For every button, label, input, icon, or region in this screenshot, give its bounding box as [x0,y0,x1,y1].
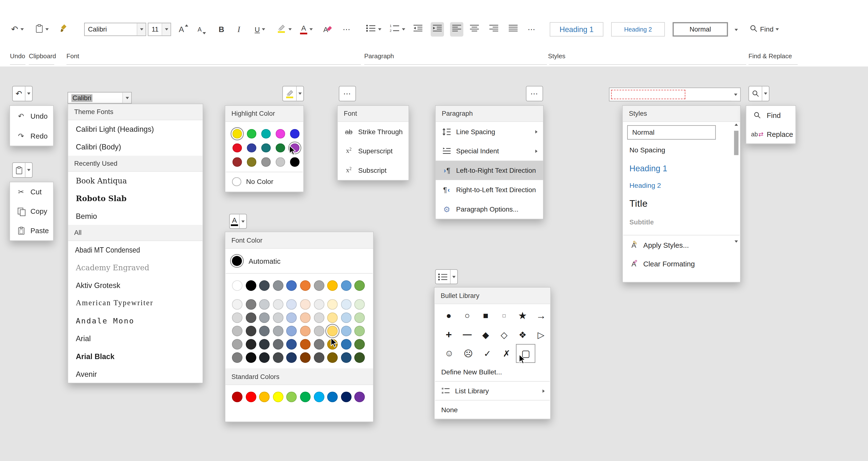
find-split-button[interactable]: Find [749,22,779,36]
menu-item-redo[interactable]: ↷ Redo [10,126,53,146]
theme-color-swatch[interactable] [232,280,243,291]
menu-item-find[interactable]: Find [746,106,796,125]
standard-color-swatch[interactable] [232,392,243,402]
font-option[interactable]: Avenir [68,365,203,383]
color-variant-swatch[interactable] [354,313,365,323]
style-option-heading2[interactable]: Heading 2 [623,177,730,194]
font-option[interactable]: Book Antiqua [68,172,203,190]
theme-color-swatch[interactable] [286,280,297,291]
menu-item-paragraph-options[interactable]: ⚙ Paragraph Options... [436,199,543,219]
style-option-subtitle[interactable]: Subtitle [623,214,730,230]
style-gallery-heading1[interactable]: Heading 1 [550,22,603,36]
color-variant-swatch[interactable] [327,326,338,336]
color-variant-swatch[interactable] [246,326,256,336]
align-right-button[interactable] [489,22,499,36]
color-variant-swatch[interactable] [286,326,297,336]
menu-item-clear-formatting[interactable]: A✎ Clear Formating [623,254,740,273]
bullet-option[interactable]: ◆ [476,325,495,344]
format-painter-button[interactable] [60,22,69,36]
standard-color-swatch[interactable] [327,392,338,402]
standard-color-swatch[interactable] [314,392,324,402]
standard-color-swatch[interactable] [300,392,310,402]
find-split-button-canvas[interactable] [748,86,770,102]
font-size-combobox[interactable]: 11 [148,23,171,36]
bullet-option[interactable]: ★ [513,307,532,325]
shrink-font-button[interactable]: A [197,22,206,36]
scroll-up-icon[interactable] [735,123,738,126]
font-option[interactable]: Calibri Light (Headings) [68,120,203,138]
bullet-option[interactable]: ▷ [532,325,550,344]
highlight-swatch[interactable] [276,129,285,138]
standard-color-swatch[interactable] [354,392,365,402]
scroll-down-icon[interactable] [735,240,738,242]
color-variant-swatch[interactable] [232,339,243,349]
color-variant-swatch[interactable] [286,313,297,323]
font-option[interactable]: Aktiv Grotesk [68,276,203,294]
menu-item-strikethrough[interactable]: ab Strike Through [338,122,408,141]
font-size-dropdown[interactable] [162,23,171,35]
color-variant-swatch[interactable] [314,299,324,310]
theme-color-swatch[interactable] [273,280,283,291]
ribbon-paste-split-button[interactable] [35,22,49,36]
color-variant-swatch[interactable] [354,299,365,310]
color-variant-swatch[interactable] [232,299,243,310]
highlight-swatch[interactable] [261,129,271,138]
color-variant-swatch[interactable] [259,313,270,323]
menu-item-copy[interactable]: Copy [10,202,53,221]
font-name-combobox-open[interactable]: Calibri [68,92,132,104]
color-variant-swatch[interactable] [300,352,310,363]
highlight-swatch[interactable] [232,143,242,152]
style-option-normal[interactable]: Normal [627,125,716,140]
color-variant-swatch[interactable] [314,339,324,349]
style-option-title[interactable]: Title [623,194,730,214]
highlight-swatch[interactable] [232,157,242,167]
color-variant-swatch[interactable] [273,352,283,363]
standard-color-swatch[interactable] [259,392,270,402]
font-name-dropdown[interactable] [122,92,131,103]
color-variant-swatch[interactable] [341,326,351,336]
bold-button[interactable]: B [219,22,224,36]
color-variant-swatch[interactable] [327,352,338,363]
color-variant-swatch[interactable] [354,352,365,363]
styles-scrollbar[interactable] [733,122,740,244]
find-dropdown[interactable] [762,86,769,101]
highlight-swatch[interactable] [290,157,299,167]
underline-button[interactable]: U [255,22,265,36]
font-name-combobox[interactable]: Calibri [84,23,146,36]
color-variant-swatch[interactable] [232,313,243,323]
theme-color-swatch[interactable] [314,280,324,291]
decrease-indent-button[interactable] [413,22,423,36]
standard-color-swatch[interactable] [246,392,256,402]
bullets-split-button-canvas[interactable] [435,269,458,284]
theme-color-swatch[interactable] [300,280,310,291]
bullet-option[interactable]: ■ [476,307,495,325]
clear-formatting-button[interactable]: A [323,22,328,36]
bullet-option[interactable]: + [440,325,458,344]
font-option[interactable]: Bemio [68,207,203,225]
font-color-split-button[interactable]: A [300,22,313,36]
menu-item-apply-styles[interactable]: A✎ Apply Styles... [623,235,740,254]
bullet-option[interactable]: ☺ [440,344,459,363]
bullet-option[interactable]: ❖ [513,325,532,344]
font-option[interactable]: Academy Engraved [68,259,203,276]
font-option[interactable]: American Typewriter [68,294,203,312]
font-option[interactable]: Arial Black [68,347,203,365]
bullets-dropdown[interactable] [450,270,457,284]
highlight-swatch[interactable] [232,129,242,138]
undo-split-button[interactable]: ↶ [12,86,32,102]
scrollbar-thumb[interactable] [734,131,738,155]
color-variant-swatch[interactable] [300,326,310,336]
theme-color-swatch[interactable] [341,280,351,291]
standard-color-swatch[interactable] [341,392,351,402]
font-overflow-button[interactable]: ⋯ [343,22,351,36]
grow-font-button[interactable]: A [179,22,188,36]
undo-dropdown[interactable] [25,86,32,101]
color-variant-swatch[interactable] [246,339,256,349]
menu-item-no-color[interactable]: No Color [225,172,303,192]
color-variant-swatch[interactable] [327,313,338,323]
color-variant-swatch[interactable] [341,299,351,310]
font-option[interactable]: Calibri (Body) [68,138,203,156]
color-variant-swatch[interactable] [286,299,297,310]
color-variant-swatch[interactable] [273,339,283,349]
highlight-dropdown[interactable] [296,86,304,101]
